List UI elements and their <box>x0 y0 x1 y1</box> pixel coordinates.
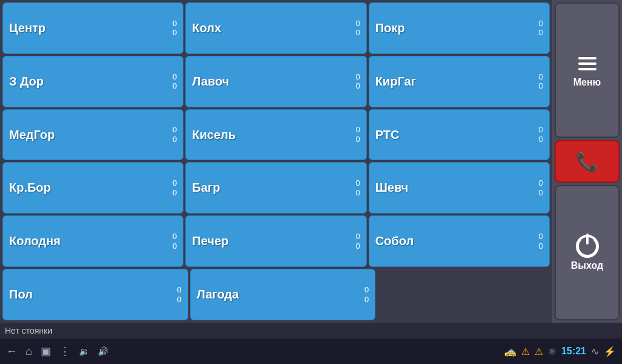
menu-button[interactable]: Меню <box>555 2 620 138</box>
grid-cell-nums-1-0: 00 <box>173 72 177 91</box>
grid-row-3: Кр.Бор00Багр00Шевч00 <box>2 162 550 214</box>
grid-cell-nums-1-2: 00 <box>539 72 543 91</box>
no-parking-text: Нет стоянки <box>5 326 52 335</box>
grid-cell-nums-5-0: 00 <box>177 285 181 304</box>
grid-cell-nums-2-1: 00 <box>355 125 360 144</box>
warning-icon-1: ⚠ <box>521 346 530 357</box>
grid-cell-nums-0-0: 00 <box>173 19 177 38</box>
menu-dots-icon[interactable]: ⋮ <box>60 345 70 358</box>
grid-cell-n1-4-2: 0 <box>539 232 543 241</box>
side-panel: Меню 📞 Выход <box>552 0 622 323</box>
grid-row-1: З Дор00Лавоч00КирГаг00 <box>2 56 550 107</box>
grid-cell-4-0[interactable]: Колодня00 <box>2 215 183 267</box>
grid-cell-nums-4-0: 00 <box>173 232 177 251</box>
menu-icon <box>575 53 600 75</box>
grid-section: Центр00Колх00Покр00З Дор00Лавоч00КирГаг0… <box>0 0 552 323</box>
grid-cell-0-0[interactable]: Центр00 <box>2 2 183 54</box>
grid-cell-label-4-2: Собол <box>375 234 414 248</box>
grid-cell-label-5-0: Пол <box>9 288 33 302</box>
vol-down-icon[interactable]: 🔉 <box>79 346 89 356</box>
wifi-icon: ∿ <box>591 346 599 357</box>
grid-cell-n2-3-0: 0 <box>173 188 177 198</box>
grid-cell-n1-3-2: 0 <box>539 178 543 188</box>
grid-cell-label-4-0: Колодня <box>9 234 61 248</box>
grid-cell-n2-0-0: 0 <box>173 28 177 38</box>
grid-cell-4-1[interactable]: Печер00 <box>185 215 366 267</box>
grid-cell-n2-4-1: 0 <box>355 241 360 251</box>
grid-cell-empty-5-2 <box>377 269 550 320</box>
grid-cell-1-0[interactable]: З Дор00 <box>2 56 183 107</box>
grid-cell-n2-5-0: 0 <box>177 295 181 305</box>
grid-cell-n2-0-2: 0 <box>539 28 543 38</box>
grid-cell-n2-3-2: 0 <box>539 188 543 198</box>
grid-cell-5-1[interactable]: Лагода00 <box>190 269 376 320</box>
grid-cell-label-3-0: Кр.Бор <box>9 181 51 195</box>
grid-cell-3-1[interactable]: Багр00 <box>185 162 366 214</box>
vol-up-icon[interactable]: 🔊 <box>98 346 108 356</box>
exit-button[interactable]: Выход <box>555 185 620 320</box>
grid-cell-n1-0-1: 0 <box>355 19 360 29</box>
grid-cell-nums-4-1: 00 <box>355 232 360 251</box>
grid-cell-nums-4-2: 00 <box>539 232 543 251</box>
recents-icon[interactable]: ▣ <box>41 345 51 358</box>
grid-cell-n1-2-1: 0 <box>355 125 360 135</box>
grid-cell-nums-5-1: 00 <box>364 285 369 304</box>
grid-cell-n2-2-1: 0 <box>355 135 360 144</box>
grid-cell-n1-1-1: 0 <box>355 72 360 82</box>
grid-cell-3-2[interactable]: Шевч00 <box>369 162 550 214</box>
grid-cell-label-0-0: Центр <box>9 21 46 35</box>
grid-cell-nums-0-1: 00 <box>355 19 360 38</box>
power-icon <box>576 235 599 258</box>
phone-icon: 📞 <box>576 151 598 172</box>
grid-cell-0-1[interactable]: Колх00 <box>185 2 366 54</box>
grid-cell-label-4-1: Печер <box>192 234 228 248</box>
grid-cell-n1-3-0: 0 <box>173 178 177 188</box>
grid-cell-n2-0-1: 0 <box>355 28 360 38</box>
grid-cell-label-2-0: МедГор <box>9 128 55 142</box>
grid-cell-nums-1-1: 00 <box>355 72 360 91</box>
grid-cell-0-2[interactable]: Покр00 <box>369 2 550 54</box>
warning-icon-2: ⚠ <box>535 346 543 357</box>
grid-cell-2-1[interactable]: Кисель00 <box>185 109 366 161</box>
grid-cell-label-1-2: КирГаг <box>375 75 416 89</box>
grid-cell-label-2-1: Кисель <box>192 128 236 142</box>
grid-cell-nums-2-2: 00 <box>539 125 543 144</box>
grid-cell-3-0[interactable]: Кр.Бор00 <box>2 162 183 214</box>
grid-cell-n1-1-0: 0 <box>173 72 177 82</box>
grid-cell-n1-5-0: 0 <box>177 285 181 295</box>
grid-cell-n1-3-1: 0 <box>355 178 360 188</box>
phone-button[interactable]: 📞 <box>555 140 620 183</box>
grid-row-0: Центр00Колх00Покр00 <box>2 2 550 54</box>
grid-cell-1-2[interactable]: КирГаг00 <box>369 56 550 107</box>
grid-cell-n1-1-2: 0 <box>539 72 543 82</box>
grid-cell-n2-2-0: 0 <box>173 135 177 144</box>
grid-cell-5-0[interactable]: Пол00 <box>2 269 188 320</box>
grid-cell-nums-0-2: 00 <box>539 19 543 38</box>
home-icon[interactable]: ⌂ <box>26 345 32 358</box>
clock: 15:21 <box>561 346 586 357</box>
grid-cell-1-1[interactable]: Лавоч00 <box>185 56 366 107</box>
grid-cell-n1-4-0: 0 <box>173 232 177 241</box>
grid-cell-2-2[interactable]: РТС00 <box>369 109 550 161</box>
grid-cell-4-2[interactable]: Собол00 <box>369 215 550 267</box>
usb-icon: ⚛ <box>548 346 556 357</box>
back-icon[interactable]: ← <box>6 345 17 358</box>
grid-cell-label-0-1: Колх <box>192 21 221 35</box>
grid-cell-n1-0-2: 0 <box>539 19 543 29</box>
grid-cell-label-1-0: З Дор <box>9 75 44 89</box>
taxi-icon: 🚕 <box>504 346 516 357</box>
grid-cell-n2-3-1: 0 <box>355 188 360 198</box>
grid-cell-n2-5-1: 0 <box>364 295 369 305</box>
grid-cell-n2-4-0: 0 <box>173 241 177 251</box>
grid-row-2: МедГор00Кисель00РТС00 <box>2 109 550 161</box>
grid-cell-2-0[interactable]: МедГор00 <box>2 109 183 161</box>
menu-label: Меню <box>573 77 601 88</box>
grid-cell-n1-5-1: 0 <box>364 285 369 295</box>
grid-cell-nums-3-1: 00 <box>355 178 360 197</box>
status-right: 🚕 ⚠ ⚠ ⚛ 15:21 ∿ ⚡ <box>504 346 616 357</box>
grid-cell-n2-4-2: 0 <box>539 241 543 251</box>
status-left: ← ⌂ ▣ ⋮ 🔉 🔊 <box>6 345 108 358</box>
grid-cell-nums-2-0: 00 <box>173 125 177 144</box>
exit-label: Выход <box>571 260 603 271</box>
grid-cell-label-5-1: Лагода <box>197 288 239 302</box>
